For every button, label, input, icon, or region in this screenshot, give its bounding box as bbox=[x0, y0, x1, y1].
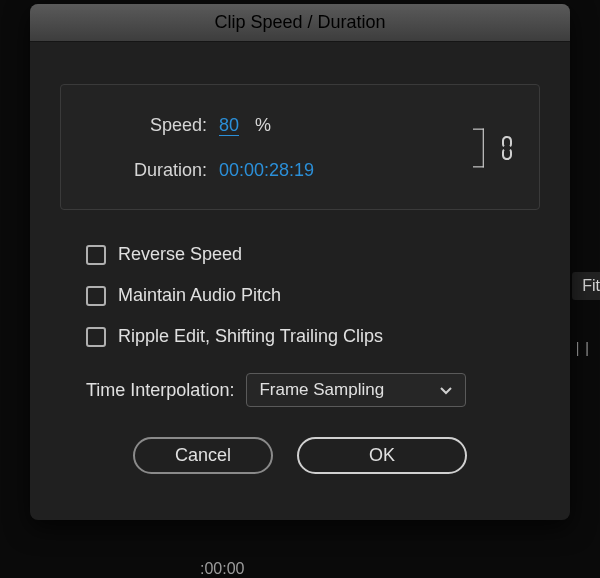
reverse-speed-checkbox[interactable]: Reverse Speed bbox=[86, 244, 540, 265]
link-group bbox=[473, 113, 513, 183]
ripple-edit-checkbox[interactable]: Ripple Edit, Shifting Trailing Clips bbox=[86, 326, 540, 347]
dialog-content: Speed: 80 % Duration: 00:00:28:19 bbox=[30, 42, 570, 520]
clip-speed-dialog: Clip Speed / Duration Speed: 80 % Durati… bbox=[30, 4, 570, 520]
time-interpolation-label: Time Interpolation: bbox=[86, 380, 234, 401]
checkbox-group: Reverse Speed Maintain Audio Pitch Rippl… bbox=[60, 244, 540, 347]
maintain-pitch-checkbox[interactable]: Maintain Audio Pitch bbox=[86, 285, 540, 306]
checkbox-label: Ripple Edit, Shifting Trailing Clips bbox=[118, 326, 383, 347]
background-timecode: :00:00 bbox=[200, 560, 244, 578]
duration-label: Duration: bbox=[87, 160, 207, 181]
speed-label: Speed: bbox=[87, 115, 207, 136]
zoom-fit-button[interactable]: Fit bbox=[572, 272, 600, 300]
speed-suffix: % bbox=[255, 115, 271, 136]
speed-input[interactable]: 80 bbox=[219, 116, 239, 136]
link-toggle-icon[interactable] bbox=[501, 135, 513, 161]
dialog-title: Clip Speed / Duration bbox=[214, 12, 385, 33]
checkbox-label: Reverse Speed bbox=[118, 244, 242, 265]
chevron-down-icon bbox=[439, 383, 453, 397]
speed-fields: Speed: 80 % Duration: 00:00:28:19 bbox=[87, 115, 473, 181]
time-interpolation-row: Time Interpolation: Frame Sampling bbox=[60, 373, 540, 407]
dialog-titlebar[interactable]: Clip Speed / Duration bbox=[30, 4, 570, 42]
checkbox-box bbox=[86, 286, 106, 306]
ok-button[interactable]: OK bbox=[297, 437, 467, 474]
speed-row: Speed: 80 % bbox=[87, 115, 453, 136]
speed-duration-group: Speed: 80 % Duration: 00:00:28:19 bbox=[60, 84, 540, 210]
checkbox-box bbox=[86, 245, 106, 265]
cancel-button[interactable]: Cancel bbox=[133, 437, 273, 474]
checkbox-label: Maintain Audio Pitch bbox=[118, 285, 281, 306]
select-value: Frame Sampling bbox=[259, 380, 384, 400]
link-bracket-icon bbox=[473, 113, 489, 183]
duration-input[interactable]: 00:00:28:19 bbox=[219, 160, 314, 181]
time-interpolation-select[interactable]: Frame Sampling bbox=[246, 373, 466, 407]
button-row: Cancel OK bbox=[60, 437, 540, 474]
duration-row: Duration: 00:00:28:19 bbox=[87, 160, 453, 181]
checkbox-box bbox=[86, 327, 106, 347]
